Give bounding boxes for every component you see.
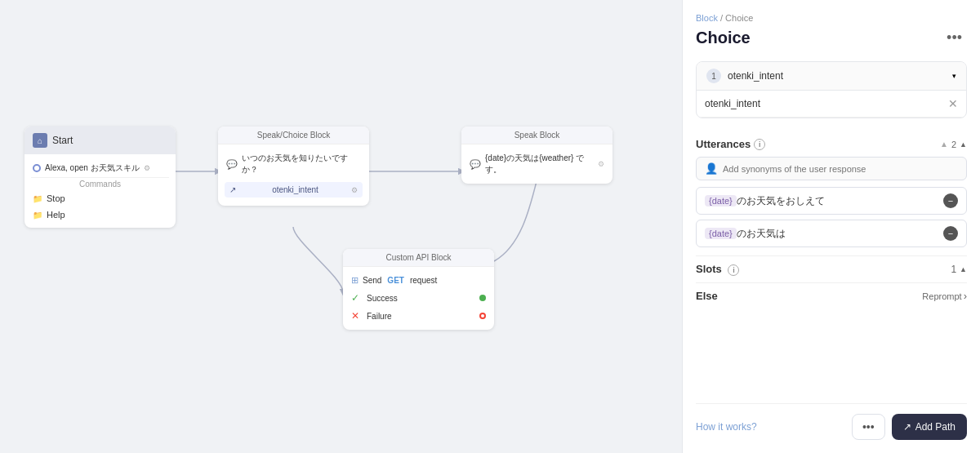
speak-choice-node[interactable]: Speak/Choice Block 💬 いつのお天気を知りたいですか？ ↗ o… xyxy=(218,127,369,206)
add-path-label: Add Path xyxy=(915,421,956,433)
bottom-actions: ••• ↗ Add Path xyxy=(852,414,967,440)
alexa-gear-icon: ⚙ xyxy=(144,164,150,172)
utterance-text-1: {date}のお天気をおしえて xyxy=(705,194,825,208)
breadcrumb: Block / Choice xyxy=(696,13,967,23)
home-icon: ⌂ xyxy=(33,133,47,148)
help-label: Help xyxy=(47,210,65,220)
slots-caret-icon[interactable]: ▲ xyxy=(960,265,967,273)
utterances-title: Utterances i xyxy=(696,138,765,150)
send-label: Send xyxy=(363,276,381,285)
breadcrumb-sep: / xyxy=(718,13,725,23)
alexa-row: Alexa, open お天気スキル ⚙ xyxy=(31,159,169,177)
add-path-button[interactable]: ↗ Add Path xyxy=(892,414,967,440)
else-label: Else xyxy=(696,290,718,302)
utterance-input-row: 👤 xyxy=(696,157,967,180)
utterance-input[interactable] xyxy=(723,164,958,174)
breadcrumb-block[interactable]: Block xyxy=(696,13,718,23)
reprompt-text: Reprompt xyxy=(922,291,961,301)
intent-clear-button[interactable]: ✕ xyxy=(948,97,958,110)
slots-label-text: Slots xyxy=(696,263,722,275)
utterance-text-2: {date}のお天気は xyxy=(705,227,786,241)
upload-icon: ▲ xyxy=(940,140,948,149)
intent-name: otenki_intent xyxy=(728,70,952,82)
slots-row: Slots i 1 ▲ xyxy=(696,255,967,282)
breadcrumb-choice: Choice xyxy=(725,13,753,23)
slots-count-row: 1 ▲ xyxy=(951,264,967,275)
alexa-label: Alexa, open お天気スキル xyxy=(45,162,140,174)
speak-gear-icon: ⚙ xyxy=(598,160,604,168)
api-icon: ⊞ xyxy=(351,275,359,286)
success-icon: ✓ xyxy=(351,292,359,304)
utterance-tag-1: {date} xyxy=(705,195,737,207)
how-it-works-link[interactable]: How it works? xyxy=(696,421,757,433)
slots-info-icon[interactable]: i xyxy=(728,264,739,276)
failure-dot xyxy=(479,313,486,319)
stop-row: 📁 Stop xyxy=(31,190,169,207)
commands-label: Commands xyxy=(31,177,169,190)
question-text: いつのお天気を知りたいですか？ xyxy=(242,153,361,175)
intent-gear-icon: ⚙ xyxy=(351,186,358,194)
intent-section: 1 otenki_intent ▾ ✕ xyxy=(696,61,967,118)
add-path-icon: ↗ xyxy=(903,421,911,433)
utterances-count-row: ▲ 2 ▲ xyxy=(940,140,967,149)
intent-header: 1 otenki_intent ▾ xyxy=(697,62,966,91)
slots-label: Slots i xyxy=(696,263,739,276)
intent-chevron-icon[interactable]: ▾ xyxy=(952,72,956,80)
canvas-area: ⌂ Start Alexa, open お天気スキル ⚙ Commands 📁 … xyxy=(0,0,682,453)
speak-chat-icon: 💬 xyxy=(470,159,481,170)
help-row: 📁 Help xyxy=(31,207,169,223)
request-label: request xyxy=(410,276,437,285)
reprompt-link[interactable]: Reprompt › xyxy=(922,290,967,302)
utterances-count: 2 xyxy=(951,140,956,149)
stop-icon: 📁 xyxy=(33,194,42,203)
intent-row[interactable]: ↗ otenki_intent ⚙ xyxy=(225,182,363,198)
panel-more-button[interactable]: ••• xyxy=(942,28,967,48)
speak-block-header: Speak Block xyxy=(461,127,612,144)
get-label: GET xyxy=(387,276,404,285)
failure-row: ✕ Failure xyxy=(350,307,488,325)
start-node[interactable]: ⌂ Start Alexa, open お天気スキル ⚙ Commands 📁 … xyxy=(24,127,176,228)
utterances-info-icon[interactable]: i xyxy=(754,139,765,150)
utterances-chevron-icon[interactable]: ▲ xyxy=(960,140,967,149)
else-row: Else Reprompt › xyxy=(696,282,967,309)
utterance-item-1: {date}のお天気をおしえて − xyxy=(696,187,967,215)
slots-count-num: 1 xyxy=(951,264,956,275)
utterance-remove-2[interactable]: − xyxy=(943,226,958,241)
start-header: ⌂ Start xyxy=(24,127,176,154)
speak-text: {date}の天気は{weather} です。 xyxy=(485,153,594,175)
panel-bottom: How it works? ••• ↗ Add Path xyxy=(696,403,967,440)
intent-number: 1 xyxy=(706,69,721,83)
utterance-item-2: {date}のお天気は − xyxy=(696,220,967,247)
question-row: 💬 いつのお天気を知りたいですか？ xyxy=(225,149,363,179)
failure-label: Failure xyxy=(367,312,475,321)
start-title: Start xyxy=(52,135,73,146)
speak-block-node[interactable]: Speak Block 💬 {date}の天気は{weather} です。 ⚙ xyxy=(461,127,612,184)
custom-api-node[interactable]: Custom API Block ⊞ Send GET request ✓ Su… xyxy=(343,249,494,330)
help-icon: 📁 xyxy=(33,211,42,220)
utterance-person-icon: 👤 xyxy=(705,162,718,175)
panel-title: Choice xyxy=(696,29,751,47)
intent-field-input[interactable] xyxy=(705,98,948,109)
intent-icon: ↗ xyxy=(229,185,236,194)
failure-icon: ✕ xyxy=(351,310,359,322)
send-get-row: ⊞ Send GET request xyxy=(350,272,488,289)
bottom-more-button[interactable]: ••• xyxy=(852,414,885,440)
stop-label: Stop xyxy=(47,193,65,203)
custom-api-header: Custom API Block xyxy=(343,249,494,267)
utterance-remove-1[interactable]: − xyxy=(943,193,958,208)
alexa-icon xyxy=(33,164,41,172)
utterances-label: Utterances xyxy=(696,138,751,150)
chat-icon: 💬 xyxy=(226,159,238,170)
utterances-section-header: Utterances i ▲ 2 ▲ xyxy=(696,138,967,150)
success-dot xyxy=(479,295,486,301)
intent-text: otenki_intent xyxy=(272,185,318,194)
utterance-tag-2: {date} xyxy=(705,228,737,239)
speak-choice-header: Speak/Choice Block xyxy=(218,127,369,144)
panel-title-row: Choice ••• xyxy=(696,28,967,48)
success-label: Success xyxy=(367,294,475,303)
intent-field-row: ✕ xyxy=(697,91,966,118)
success-row: ✓ Success xyxy=(350,289,488,307)
speak-text-row: 💬 {date}の天気は{weather} です。 ⚙ xyxy=(468,149,606,179)
right-panel: Block / Choice Choice ••• 1 otenki_inten… xyxy=(682,0,980,453)
reprompt-caret-icon: › xyxy=(964,290,967,302)
